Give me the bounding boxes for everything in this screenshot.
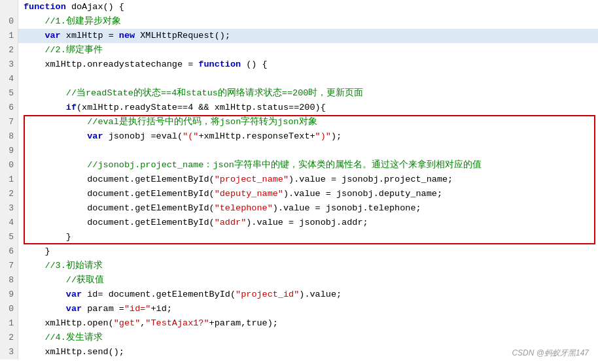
code-line: 3 xmlHttp.send(); (0, 345, 598, 359)
code-line: 2 //2.绑定事件 (0, 43, 598, 58)
code-line: 5 } (0, 230, 598, 244)
code-line: 4 document.getElementById("addr").value … (0, 216, 598, 230)
line-number: 0 (0, 158, 18, 173)
code-line: 1 var xmlHttp = new XMLHttpRequest(); (0, 29, 598, 43)
line-content: document.getElementById("deputy_name").v… (18, 187, 598, 201)
line-number: 8 (0, 273, 18, 288)
line-content: //jsonobj.project_name：json字符串中的键，实体类的属性… (18, 158, 598, 173)
code-line: 3 xmlHttp.onreadystatechange = function … (0, 58, 598, 72)
line-number: 4 (0, 216, 18, 230)
line-number: 5 (0, 230, 18, 244)
line-number: 2 (0, 43, 18, 58)
line-content: //当readState的状态==4和status的网络请求状态==200时，更… (18, 86, 598, 101)
code-line: 9 (0, 144, 598, 158)
code-line: 2 document.getElementById("deputy_name")… (0, 187, 598, 201)
line-number: 9 (0, 288, 18, 302)
line-number: 7 (0, 115, 18, 129)
line-content: //1.创建异步对象 (18, 14, 598, 29)
line-content: var jsonobj =eval("("+xmlHttp.responseTe… (18, 129, 598, 144)
code-line: 1 document.getElementById("project_name"… (0, 173, 598, 187)
line-content: //4.发生请求 (18, 331, 598, 345)
code-line: 9 var id= document.getElementById("proje… (0, 288, 598, 302)
line-number: 1 (0, 29, 18, 43)
line-number: 6 (0, 244, 18, 259)
line-content: var id= document.getElementById("project… (18, 288, 598, 302)
line-content: //获取值 (18, 273, 598, 288)
line-content: xmlHttp.send(); (18, 345, 598, 359)
code-container: function doAjax() {0 //1.创建异步对象1 var xml… (0, 0, 598, 364)
line-content: xmlHttp.open("get","TestAjax1?"+param,tr… (18, 316, 598, 331)
code-line: 6 } (0, 244, 598, 259)
line-content: var xmlHttp = new XMLHttpRequest(); (18, 29, 598, 43)
code-line: 0 //1.创建异步对象 (0, 14, 598, 29)
code-line: 1 xmlHttp.open("get","TestAjax1?"+param,… (0, 316, 598, 331)
line-number: 5 (0, 86, 18, 101)
code-line: 7 //eval是执行括号中的代码，将json字符转为json对象 (0, 115, 598, 129)
line-number: 8 (0, 129, 18, 144)
line-content: //3.初始请求 (18, 259, 598, 273)
code-line: 5 //当readState的状态==4和status的网络请求状态==200时… (0, 86, 598, 101)
line-content: xmlHttp.onreadystatechange = function ()… (18, 58, 598, 72)
code-line: 7 //3.初始请求 (0, 259, 598, 273)
code-line: 8 //获取值 (0, 273, 598, 288)
watermark: CSDN @蚂蚁牙黑147 (512, 348, 589, 359)
line-number: 3 (0, 58, 18, 72)
line-number: 2 (0, 187, 18, 201)
line-content: function doAjax() { (18, 0, 598, 14)
line-content (18, 72, 598, 86)
line-number: 9 (0, 144, 18, 158)
code-line: 0 var param ="id="+id; (0, 302, 598, 316)
line-number: 3 (0, 345, 18, 359)
code-line: 4 (0, 72, 598, 86)
code-line: function doAjax() { (0, 0, 598, 14)
line-content: } (18, 244, 598, 259)
line-number: 7 (0, 259, 18, 273)
line-content: document.getElementById("addr").value = … (18, 216, 598, 230)
line-content (18, 144, 598, 158)
line-content: var param ="id="+id; (18, 302, 598, 316)
line-number: 2 (0, 331, 18, 345)
code-line: 2 //4.发生请求 (0, 331, 598, 345)
line-content: //eval是执行括号中的代码，将json字符转为json对象 (18, 115, 598, 129)
line-content: if(xmlHttp.readyState==4 && xmlHttp.stat… (18, 101, 598, 115)
code-line: 3 document.getElementById("telephone").v… (0, 201, 598, 216)
line-number: 1 (0, 316, 18, 331)
line-content: //2.绑定事件 (18, 43, 598, 58)
line-number (0, 0, 18, 14)
line-content: document.getElementById("project_name").… (18, 173, 598, 187)
code-line: 6 if(xmlHttp.readyState==4 && xmlHttp.st… (0, 101, 598, 115)
line-content: } (18, 230, 598, 244)
line-number: 3 (0, 201, 18, 216)
line-number: 1 (0, 173, 18, 187)
code-line: 8 var jsonobj =eval("("+xmlHttp.response… (0, 129, 598, 144)
line-content: document.getElementById("telephone").val… (18, 201, 598, 216)
line-number: 0 (0, 14, 18, 29)
line-number: 6 (0, 101, 18, 115)
line-number: 0 (0, 302, 18, 316)
line-number: 4 (0, 72, 18, 86)
code-line: 0 //jsonobj.project_name：json字符串中的键，实体类的… (0, 158, 598, 173)
code-area: function doAjax() {0 //1.创建异步对象1 var xml… (0, 0, 598, 359)
